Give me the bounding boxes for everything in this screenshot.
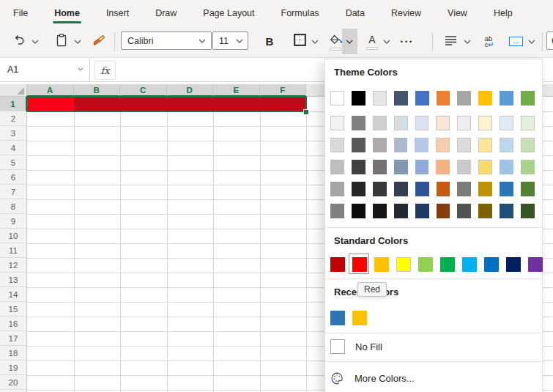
theme-color-swatch-r2-c2[interactable]: [352, 116, 365, 130]
theme-color-swatch-r4-c6[interactable]: [436, 160, 450, 174]
theme-color-swatch-r6-c10[interactable]: [521, 204, 535, 218]
theme-color-swatch-r4-c2[interactable]: [352, 160, 365, 174]
theme-color-swatch-r6-c5[interactable]: [415, 204, 429, 218]
menu-tab-data[interactable]: Data: [343, 0, 368, 26]
theme-color-swatch-r4-c5[interactable]: [415, 160, 429, 174]
theme-color-swatch-r1-c8[interactable]: [478, 91, 492, 106]
theme-color-swatch-r1-c3[interactable]: [373, 91, 387, 106]
theme-color-swatch-r4-c9[interactable]: [500, 160, 513, 174]
theme-color-swatch-r6-c6[interactable]: [437, 204, 450, 218]
theme-color-swatch-r6-c1[interactable]: [330, 204, 344, 218]
row-header-12[interactable]: 12: [0, 258, 27, 273]
row-header-13[interactable]: 13: [0, 273, 27, 287]
no-fill-option[interactable]: No Fill: [330, 337, 542, 356]
select-all-corner[interactable]: [0, 84, 27, 97]
theme-color-swatch-r6-c9[interactable]: [500, 204, 513, 218]
theme-color-swatch-r6-c7[interactable]: [457, 204, 471, 218]
borders-button[interactable]: [292, 26, 308, 57]
theme-color-swatch-r5-c1[interactable]: [330, 182, 344, 196]
theme-color-swatch-r3-c7[interactable]: [457, 138, 471, 152]
standard-color-2[interactable]: [352, 257, 367, 272]
theme-color-swatch-r1-c7[interactable]: [457, 91, 471, 106]
theme-color-swatch-r1-c9[interactable]: [500, 91, 513, 106]
row-header-18[interactable]: 18: [0, 346, 27, 360]
theme-color-swatch-r3-c8[interactable]: [478, 138, 492, 152]
theme-color-swatch-r4-c10[interactable]: [521, 160, 535, 174]
theme-color-swatch-r2-c6[interactable]: [436, 116, 450, 130]
theme-color-swatch-r4-c7[interactable]: [457, 160, 471, 174]
borders-dropdown[interactable]: [309, 26, 321, 57]
standard-color-10[interactable]: [528, 257, 543, 272]
theme-color-swatch-r4-c3[interactable]: [373, 160, 387, 174]
fill-color-button[interactable]: [327, 26, 344, 57]
format-painter-button[interactable]: [89, 26, 108, 57]
theme-color-swatch-r4-c1[interactable]: [330, 160, 344, 174]
paste-button[interactable]: [53, 26, 70, 57]
standard-color-6[interactable]: [440, 257, 455, 272]
row-header-16[interactable]: 16: [0, 317, 27, 331]
bold-button[interactable]: B: [262, 26, 277, 57]
insert-function-button[interactable]: fx: [94, 61, 116, 80]
row-header-7[interactable]: 7: [0, 185, 27, 199]
theme-color-swatch-r5-c4[interactable]: [394, 182, 408, 196]
font-size-combobox[interactable]: 11: [212, 32, 248, 50]
row-header-1[interactable]: 1: [0, 97, 27, 111]
theme-color-swatch-r5-c5[interactable]: [415, 182, 429, 196]
standard-color-swatch-7[interactable]: [462, 257, 477, 272]
theme-color-swatch-r1-c5[interactable]: [415, 91, 429, 106]
column-header-E[interactable]: E: [213, 84, 260, 97]
paste-dropdown[interactable]: [72, 26, 83, 57]
theme-color-swatch-r4-c4[interactable]: [394, 160, 408, 174]
theme-color-swatch-r5-c2[interactable]: [352, 182, 365, 196]
merge-cells-button[interactable]: ↔: [507, 26, 524, 57]
menu-tab-draw[interactable]: Draw: [152, 0, 179, 26]
row-header-2[interactable]: 2: [0, 111, 27, 126]
theme-color-swatch-r2-c8[interactable]: [478, 116, 492, 130]
column-header-D[interactable]: D: [167, 84, 214, 97]
theme-color-swatch-r3-c5[interactable]: [415, 138, 428, 152]
row-header-20[interactable]: 20: [0, 375, 27, 390]
row-header-11[interactable]: 11: [0, 243, 27, 258]
column-header-F[interactable]: F: [260, 84, 307, 97]
theme-color-swatch-r2-c5[interactable]: [415, 116, 429, 130]
fill-color-dropdown[interactable]: [344, 26, 355, 57]
standard-color-swatch-1[interactable]: [330, 257, 345, 272]
standard-color-swatch-4[interactable]: [396, 257, 411, 272]
row-header-14[interactable]: 14: [0, 287, 27, 302]
standard-color-7[interactable]: [462, 257, 477, 272]
merge-dropdown[interactable]: [526, 26, 538, 57]
theme-color-swatch-r5-c6[interactable]: [437, 182, 450, 196]
theme-color-swatch-r1-c4[interactable]: [394, 91, 408, 106]
standard-color-4[interactable]: [396, 257, 411, 272]
menu-tab-page-layout[interactable]: Page Layout: [200, 0, 257, 26]
theme-color-swatch-r1-c6[interactable]: [437, 91, 450, 106]
theme-color-swatch-r3-c6[interactable]: [436, 138, 450, 152]
standard-color-swatch-2[interactable]: [352, 257, 367, 272]
standard-color-3[interactable]: [374, 257, 389, 272]
row-header-6[interactable]: 6: [0, 170, 27, 185]
wrap-text-button[interactable]: ab c↵: [480, 26, 499, 57]
theme-color-swatch-r5-c10[interactable]: [521, 182, 535, 196]
menu-tab-insert[interactable]: Insert: [103, 0, 132, 26]
column-header-C[interactable]: C: [120, 84, 167, 97]
undo-button[interactable]: [10, 26, 28, 57]
menu-tab-home[interactable]: Home: [51, 0, 83, 26]
theme-color-swatch-r5-c8[interactable]: [478, 182, 492, 196]
menu-tab-view[interactable]: View: [445, 0, 470, 26]
menu-tab-help[interactable]: Help: [491, 0, 516, 26]
fill-handle[interactable]: [303, 109, 309, 115]
font-color-button[interactable]: A: [365, 26, 379, 57]
row-header-15[interactable]: 15: [0, 302, 27, 317]
theme-color-swatch-r2-c7[interactable]: [457, 116, 471, 130]
row-header-19[interactable]: 19: [0, 360, 27, 375]
theme-color-swatch-r2-c1[interactable]: [330, 116, 344, 130]
theme-color-swatch-r5-c9[interactable]: [500, 182, 513, 196]
theme-color-swatch-r1-c1[interactable]: [330, 91, 344, 106]
theme-color-swatch-r3-c3[interactable]: [373, 138, 387, 152]
theme-color-swatch-r3-c2[interactable]: [352, 138, 365, 152]
row-header-8[interactable]: 8: [0, 199, 27, 214]
theme-color-swatch-r3-c9[interactable]: [500, 138, 513, 152]
theme-color-swatch-r2-c9[interactable]: [500, 116, 513, 130]
theme-color-swatch-r3-c1[interactable]: [330, 138, 344, 152]
standard-color-swatch-3[interactable]: [374, 257, 389, 272]
